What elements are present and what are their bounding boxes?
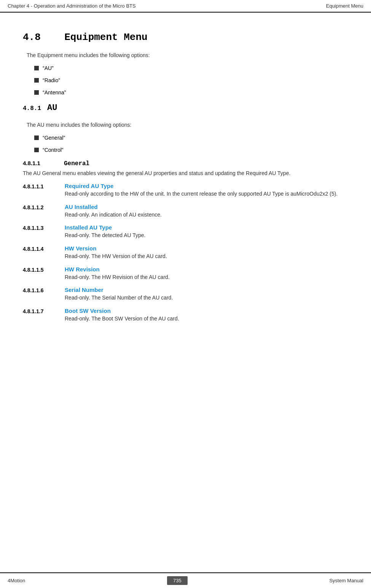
subsection-number-5: 4.8.1.1.6 xyxy=(23,287,65,293)
subsection-title-body-6: Boot SW VersionRead-only. The Boot SW Ve… xyxy=(65,308,348,323)
section-481-intro: The AU menu includes the following optio… xyxy=(27,122,348,128)
subsection-title-body-3: HW VersionRead-only. The HW Version of t… xyxy=(65,245,348,261)
subsection-row-5: 4.8.1.1.6Serial NumberRead-only. The Ser… xyxy=(23,287,348,302)
subsection-body-5: Read-only. The Serial Number of the AU c… xyxy=(65,294,348,302)
subsection-body-0: Read-only according to the HW of the uni… xyxy=(65,190,348,198)
subsection-block-3: 4.8.1.1.4HW VersionRead-only. The HW Ver… xyxy=(23,245,348,261)
subsection-body-1: Read-only. An indication of AU existence… xyxy=(65,211,348,219)
subsection-body-6: Read-only. The Boot SW Version of the AU… xyxy=(65,315,348,323)
subsections-container: 4.8.1.1.1Required AU TypeRead-only accor… xyxy=(23,183,348,323)
section-4811-title: General xyxy=(64,160,89,167)
section-4811: 4.8.1.1 General The AU General menu enab… xyxy=(23,160,348,177)
section-48-title: 4.8 Equipment Menu xyxy=(23,32,348,43)
header-left: Chapter 4 - Operation and Administration… xyxy=(8,3,136,9)
subsection-row-2: 4.8.1.1.3Installed AU TypeRead-only. The… xyxy=(23,224,348,240)
bullet-square-icon xyxy=(34,66,39,70)
subsection-body-2: Read-only. The detected AU Type. xyxy=(65,231,348,240)
section-481-title: AU xyxy=(47,103,57,113)
header-right: Equipment Menu xyxy=(326,3,363,9)
footer-right: System Manual xyxy=(329,578,363,583)
subsection-number-1: 4.8.1.1.2 xyxy=(23,204,65,210)
bullet-square-icon xyxy=(34,90,39,95)
section-481-bullets: “General” “Control” xyxy=(34,135,348,153)
subsection-title-2: Installed AU Type xyxy=(65,224,348,231)
subsection-number-0: 4.8.1.1.1 xyxy=(23,183,65,190)
section-4811-title-row: 4.8.1.1 General xyxy=(23,160,348,167)
section-48: 4.8 Equipment Menu The Equipment menu in… xyxy=(23,32,348,96)
subsection-body-4: Read-only. The HW Revision of the AU car… xyxy=(65,273,348,282)
subsection-title-0: Required AU Type xyxy=(65,183,348,189)
subsection-block-0: 4.8.1.1.1Required AU TypeRead-only accor… xyxy=(23,183,348,198)
bullet-antenna: “Antenna” xyxy=(34,89,348,96)
section-481-title-row: 4.8.1 AU xyxy=(23,103,348,118)
bullet-general: “General” xyxy=(34,135,348,141)
footer-page-number: 735 xyxy=(167,576,188,585)
subsection-number-2: 4.8.1.1.3 xyxy=(23,224,65,231)
subsection-body-3: Read-only. The HW Version of the AU card… xyxy=(65,252,348,261)
subsection-block-2: 4.8.1.1.3Installed AU TypeRead-only. The… xyxy=(23,224,348,240)
subsection-title-1: AU Installed xyxy=(65,204,348,210)
subsection-block-5: 4.8.1.1.6Serial NumberRead-only. The Ser… xyxy=(23,287,348,302)
subsection-block-4: 4.8.1.1.5HW RevisionRead-only. The HW Re… xyxy=(23,266,348,282)
subsection-row-3: 4.8.1.1.4HW VersionRead-only. The HW Ver… xyxy=(23,245,348,261)
section-48-intro: The Equipment menu includes the followin… xyxy=(27,52,348,58)
subsection-title-body-0: Required AU TypeRead-only according to t… xyxy=(65,183,348,198)
subsection-number-4: 4.8.1.1.5 xyxy=(23,266,65,273)
page-footer: 4Motion 735 System Manual xyxy=(0,572,371,588)
subsection-title-body-4: HW RevisionRead-only. The HW Revision of… xyxy=(65,266,348,282)
bullet-square-icon xyxy=(34,148,39,152)
subsection-title-body-5: Serial NumberRead-only. The Serial Numbe… xyxy=(65,287,348,302)
bullet-square-icon xyxy=(34,135,39,140)
bullet-square-icon xyxy=(34,78,39,83)
section-481-number: 4.8.1 xyxy=(23,105,41,112)
subsection-title-6: Boot SW Version xyxy=(65,308,348,314)
bullet-au: “AU” xyxy=(34,65,348,71)
footer-left: 4Motion xyxy=(8,578,25,583)
subsection-title-body-2: Installed AU TypeRead-only. The detected… xyxy=(65,224,348,240)
subsection-row-6: 4.8.1.1.7Boot SW VersionRead-only. The B… xyxy=(23,308,348,323)
subsection-number-6: 4.8.1.1.7 xyxy=(23,308,65,314)
subsection-row-1: 4.8.1.1.2AU InstalledRead-only. An indic… xyxy=(23,204,348,219)
bullet-control: “Control” xyxy=(34,147,348,153)
section-4811-body: The AU General menu enables viewing the … xyxy=(23,169,348,177)
subsection-title-4: HW Revision xyxy=(65,266,348,272)
section-48-bullets: “AU” “Radio” “Antenna” xyxy=(34,65,348,96)
subsection-title-5: Serial Number xyxy=(65,287,348,293)
subsection-title-3: HW Version xyxy=(65,245,348,252)
page-header: Chapter 4 - Operation and Administration… xyxy=(0,0,371,13)
section-481: 4.8.1 AU The AU menu includes the follow… xyxy=(23,103,348,153)
subsection-title-body-1: AU InstalledRead-only. An indication of … xyxy=(65,204,348,219)
subsection-row-0: 4.8.1.1.1Required AU TypeRead-only accor… xyxy=(23,183,348,198)
subsection-block-1: 4.8.1.1.2AU InstalledRead-only. An indic… xyxy=(23,204,348,219)
subsection-number-3: 4.8.1.1.4 xyxy=(23,245,65,252)
section-4811-number: 4.8.1.1 xyxy=(23,160,61,166)
page-content: 4.8 Equipment Menu The Equipment menu in… xyxy=(0,13,371,354)
bullet-radio: “Radio” xyxy=(34,77,348,83)
subsection-block-6: 4.8.1.1.7Boot SW VersionRead-only. The B… xyxy=(23,308,348,323)
subsection-row-4: 4.8.1.1.5HW RevisionRead-only. The HW Re… xyxy=(23,266,348,282)
